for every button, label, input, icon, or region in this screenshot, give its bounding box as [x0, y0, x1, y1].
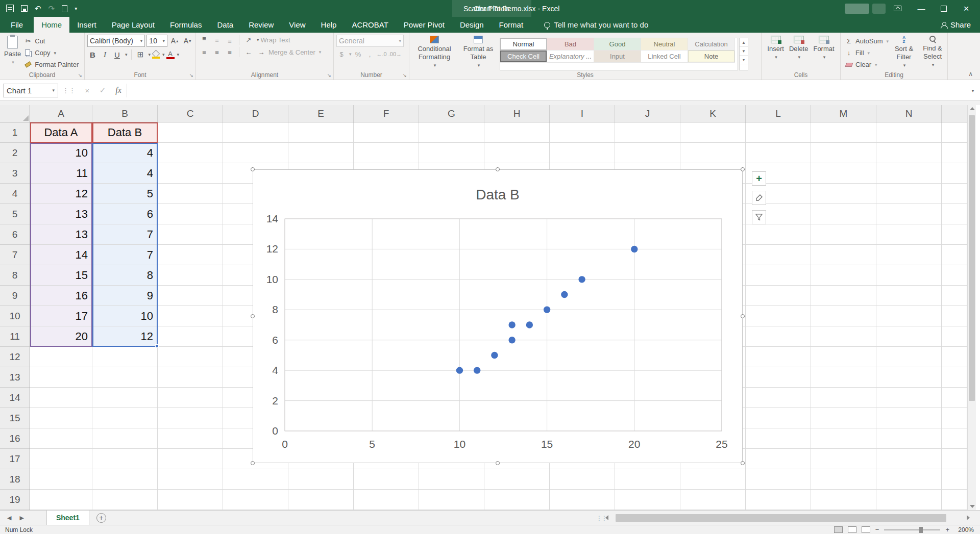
cell-filler-row-18[interactable]	[942, 469, 967, 490]
cell-L14[interactable]	[746, 388, 811, 408]
enter-formula-icon[interactable]: ✓	[95, 86, 110, 95]
cell-G19[interactable]	[419, 490, 484, 510]
ribbon-display-options-icon[interactable]	[894, 6, 901, 11]
cell-M7[interactable]	[811, 245, 876, 265]
cell-M8[interactable]	[811, 265, 876, 286]
tab-format[interactable]: Format	[492, 17, 531, 33]
cell-M3[interactable]	[811, 163, 876, 184]
minimize-button[interactable]: —	[911, 0, 932, 17]
close-button[interactable]: ×	[955, 0, 977, 17]
increase-font-size-button[interactable]: A▴	[169, 35, 180, 47]
cell-I19[interactable]	[550, 490, 615, 510]
cell-B7[interactable]: 7	[92, 245, 158, 265]
hscroll-left-icon[interactable]	[605, 515, 608, 520]
row-header-17[interactable]: 17	[0, 449, 30, 469]
cell-A9[interactable]: 16	[30, 286, 92, 306]
cell-C17[interactable]	[158, 449, 223, 469]
cell-E1[interactable]	[288, 122, 354, 143]
cell-A18[interactable]	[30, 469, 92, 490]
cell-C4[interactable]	[158, 184, 223, 204]
row-header-8[interactable]: 8	[0, 265, 30, 286]
cell-N8[interactable]	[876, 265, 942, 286]
cell-B13[interactable]	[92, 367, 158, 388]
chart-styles-button[interactable]	[752, 191, 766, 205]
cell-filler-row-10[interactable]	[942, 306, 967, 326]
cell-style-input[interactable]: Input	[594, 50, 641, 63]
cell-N9[interactable]	[876, 286, 942, 306]
cell-M4[interactable]	[811, 184, 876, 204]
zoom-slider-thumb[interactable]	[919, 527, 923, 533]
cell-C14[interactable]	[158, 388, 223, 408]
cell-N12[interactable]	[876, 347, 942, 367]
cell-C1[interactable]	[158, 122, 223, 143]
insert-function-icon[interactable]: fx	[110, 86, 127, 95]
cell-L9[interactable]	[746, 286, 811, 306]
cell-M15[interactable]	[811, 408, 876, 428]
font-color-button[interactable]: A	[166, 50, 175, 59]
cell-C5[interactable]	[158, 204, 223, 224]
cell-A14[interactable]	[30, 388, 92, 408]
tab-insert[interactable]: Insert	[69, 17, 104, 33]
decrease-font-size-button[interactable]: A▾	[182, 35, 193, 47]
account-area-secondary[interactable]	[872, 4, 886, 14]
merge-center-button[interactable]: Merge & Center▾	[268, 48, 321, 56]
cell-F19[interactable]	[354, 490, 419, 510]
cell-C7[interactable]	[158, 245, 223, 265]
cut-button[interactable]: ✂Cut	[22, 36, 80, 46]
chart-handle-bottom-left[interactable]	[251, 461, 255, 465]
font-name-select[interactable]: Calibri (Body)▾	[87, 35, 145, 47]
cell-style-bad[interactable]: Bad	[547, 38, 594, 50]
range-fill-handle[interactable]	[155, 344, 159, 348]
cell-B9[interactable]: 9	[92, 286, 158, 306]
normal-view-button[interactable]	[834, 526, 843, 533]
cell-L13[interactable]	[746, 367, 811, 388]
tab-data[interactable]: Data	[209, 17, 241, 33]
row-header-16[interactable]: 16	[0, 428, 30, 449]
cancel-formula-icon[interactable]: ×	[80, 86, 95, 95]
cell-filler-row-13[interactable]	[942, 367, 967, 388]
column-header-M[interactable]: M	[811, 105, 876, 122]
number-format-select[interactable]: General▾	[336, 35, 404, 47]
chart-handle-bottom-middle[interactable]	[496, 461, 500, 465]
cell-A5[interactable]: 13	[30, 204, 92, 224]
cell-A17[interactable]	[30, 449, 92, 469]
cell-B2[interactable]: 4	[92, 143, 158, 163]
cell-M14[interactable]	[811, 388, 876, 408]
cell-filler-row-1[interactable]	[942, 122, 967, 143]
sheet-nav-left-icon[interactable]: ◀	[7, 515, 11, 521]
copy-button[interactable]: Copy▾	[22, 47, 80, 58]
column-header-E[interactable]: E	[288, 105, 354, 122]
cell-I18[interactable]	[550, 469, 615, 490]
cell-filler-row-5[interactable]	[942, 204, 967, 224]
qat-customize-caret-icon[interactable]: ▾	[75, 6, 77, 11]
column-header-F[interactable]: F	[354, 105, 419, 122]
row-header-7[interactable]: 7	[0, 245, 30, 265]
fill-color-button[interactable]	[152, 51, 160, 59]
cell-N16[interactable]	[876, 428, 942, 449]
cell-L1[interactable]	[746, 122, 811, 143]
column-header-G[interactable]: G	[419, 105, 484, 122]
cell-A4[interactable]: 12	[30, 184, 92, 204]
row-header-9[interactable]: 9	[0, 286, 30, 306]
cell-C10[interactable]	[158, 306, 223, 326]
cell-M16[interactable]	[811, 428, 876, 449]
tab-page-layout[interactable]: Page Layout	[104, 17, 162, 33]
cell-L8[interactable]	[746, 265, 811, 286]
cell-A8[interactable]: 15	[30, 265, 92, 286]
cell-C3[interactable]	[158, 163, 223, 184]
cell-style-linked-cell[interactable]: Linked Cell	[641, 50, 688, 63]
cell-G18[interactable]	[419, 469, 484, 490]
row-header-18[interactable]: 18	[0, 469, 30, 490]
vertical-scrollbar[interactable]	[967, 105, 976, 510]
cell-filler-row-2[interactable]	[942, 143, 967, 163]
tab-home[interactable]: Home	[34, 17, 69, 33]
chart-elements-button[interactable]: +	[752, 171, 766, 186]
cell-A11[interactable]: 20	[30, 326, 92, 347]
conditional-formatting-button[interactable]: Conditional Formatting ▾	[412, 35, 457, 70]
cell-L2[interactable]	[746, 143, 811, 163]
cell-L18[interactable]	[746, 469, 811, 490]
maximize-button[interactable]	[933, 6, 954, 12]
cell-B19[interactable]	[92, 490, 158, 510]
cell-B15[interactable]	[92, 408, 158, 428]
cell-filler-row-19[interactable]	[942, 490, 967, 510]
